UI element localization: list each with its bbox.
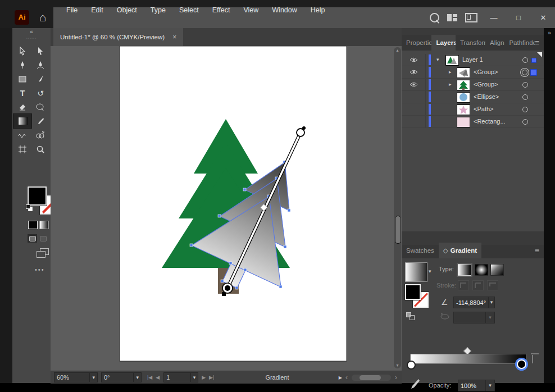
target-circle[interactable] [522,119,528,125]
layer-name[interactable]: <Group> [474,66,498,78]
zoom-tool[interactable] [31,142,49,156]
edit-toolbar-button[interactable]: ••• [35,266,45,273]
expand-chevron-icon[interactable]: ▾ [436,54,439,66]
selection-tool[interactable] [13,44,31,58]
rotation-combo[interactable]: 0° ▾ [101,372,142,382]
fill-proxy[interactable] [28,186,47,206]
visibility-empty[interactable] [402,116,426,127]
free-transform-tool[interactable] [31,100,49,114]
tab-properties[interactable]: Properties [402,35,431,51]
document-tab[interactable]: Untitled-1* @ 60 % (CMYK/Preview) × [53,28,183,46]
visibility-empty[interactable] [402,103,426,115]
draw-normal-mode[interactable] [28,234,37,243]
eraser-tool[interactable] [13,100,31,114]
thumbnail-star[interactable] [457,104,470,115]
layer-name[interactable]: <Group> [474,79,498,90]
home-icon[interactable]: ⌂ [35,9,51,26]
thumbnail-rectangle[interactable] [457,117,470,127]
layer-color-bar[interactable] [429,67,431,78]
layer-row-group-gradient[interactable]: ▸ <Group> [402,66,544,79]
scroll-left-icon[interactable]: ‹ [345,373,348,381]
gradient-eyedropper-icon[interactable] [410,378,421,390]
stroke-along-button[interactable] [472,280,484,290]
layer-row-path[interactable]: <Path> [402,103,544,116]
type-tool[interactable]: T [13,86,31,100]
layer-name[interactable]: <Rectang... [474,116,506,127]
scroll-up-icon[interactable]: ▴ [394,48,401,53]
toolbar-grip[interactable]: •••••• [12,36,51,42]
menu-object[interactable]: Object [111,0,143,21]
gradient-fill-proxy[interactable] [405,284,421,300]
last-artboard-button[interactable]: ▶| [209,375,214,380]
tab-gradient[interactable]: ◇Gradient [439,243,481,258]
target-circle[interactable] [522,107,528,112]
layer-row-group-green[interactable]: ▸ <Group> [402,79,544,91]
layer-row-ellipse[interactable]: <Ellipse> [402,91,544,103]
tab-align[interactable]: Align [485,35,504,51]
curvature-tool[interactable] [31,58,49,72]
reverse-gradient-icon[interactable] [406,312,415,320]
opacity-combo[interactable]: 100% ▾ [458,380,495,391]
tab-pathfinder[interactable]: Pathfinder [504,35,534,51]
menu-edit[interactable]: Edit [85,0,110,21]
gradient-end-stop[interactable] [297,129,304,136]
freeform-gradient-button[interactable] [490,264,504,276]
linear-gradient-button[interactable] [458,264,471,276]
stroke-within-button[interactable] [458,280,469,290]
search-icon[interactable] [430,13,439,22]
layer-name[interactable]: <Path> [474,103,493,115]
draw-behind-mode[interactable] [38,234,48,243]
aspect-ratio-combo[interactable]: ▾ [453,312,495,323]
radial-gradient-button[interactable] [475,264,488,276]
paintbrush-tool[interactable] [31,72,49,86]
tab-layers[interactable]: Layers [431,35,456,51]
thumbnail-ellipse[interactable] [457,92,470,103]
gradient-slider-bar[interactable] [410,354,526,364]
artboard-combo[interactable]: 1 ▾ [163,372,198,382]
horizontal-scrollbar[interactable] [352,375,391,381]
arrange-documents-icon[interactable] [465,13,477,22]
close-button[interactable]: ✕ [535,7,552,28]
visibility-eye-icon[interactable] [402,79,426,90]
tab-swatches[interactable]: Swatches [402,243,439,258]
toolbar-collapse-icon[interactable]: « [12,28,51,36]
artboard-tool[interactable] [13,142,31,156]
target-circle[interactable] [522,57,528,63]
layer-row-rectangle[interactable]: <Rectang... [402,116,544,128]
rotate-tool[interactable]: ↺ [31,86,49,100]
menu-select[interactable]: Select [173,0,205,21]
gradient-tool[interactable] [13,114,31,128]
stroke-across-button[interactable] [487,280,498,290]
dock-expand-icon[interactable]: » [544,30,555,36]
menu-effect[interactable]: Effect [206,0,236,21]
menu-type[interactable]: Type [144,0,172,21]
thumbnail-layer1[interactable] [445,55,459,66]
selection-indicator[interactable] [531,58,536,63]
app-logo[interactable]: Ai [15,10,29,25]
layer-color-bar[interactable] [429,79,431,90]
canvas-area[interactable]: ▴ ▾ [51,46,402,371]
visibility-eye-icon[interactable] [402,54,426,66]
document-tab-close-icon[interactable]: × [172,33,176,41]
thumbnail-gradient-tree[interactable] [457,67,470,78]
menu-file[interactable]: File [60,0,84,21]
thumbnail-green-tree[interactable] [457,80,470,90]
layer-name[interactable]: <Ellipse> [474,91,499,103]
default-fill-stroke-icon[interactable] [26,204,33,211]
gradient-button[interactable] [39,221,49,229]
scroll-right-icon[interactable]: › [395,373,397,381]
workspace-switcher-icon[interactable] [447,14,457,21]
eyedropper-tool[interactable] [31,114,49,128]
expand-chevron-icon[interactable]: ▸ [449,66,452,78]
vertical-scroll-thumb[interactable] [395,216,401,244]
visibility-eye-icon[interactable] [402,66,426,78]
shape-builder-tool[interactable] [31,128,49,142]
pen-tool[interactable] [13,58,31,72]
layer-name[interactable]: Layer 1 [462,54,483,66]
layer-color-bar[interactable] [429,116,431,127]
zoom-level-combo[interactable]: 60% ▾ [54,372,98,382]
menu-window[interactable]: Window [266,0,303,21]
gradient-swatch-caret-icon[interactable]: ▾ [429,268,431,274]
visibility-empty[interactable] [402,91,426,103]
rectangle-tool[interactable] [13,72,31,86]
